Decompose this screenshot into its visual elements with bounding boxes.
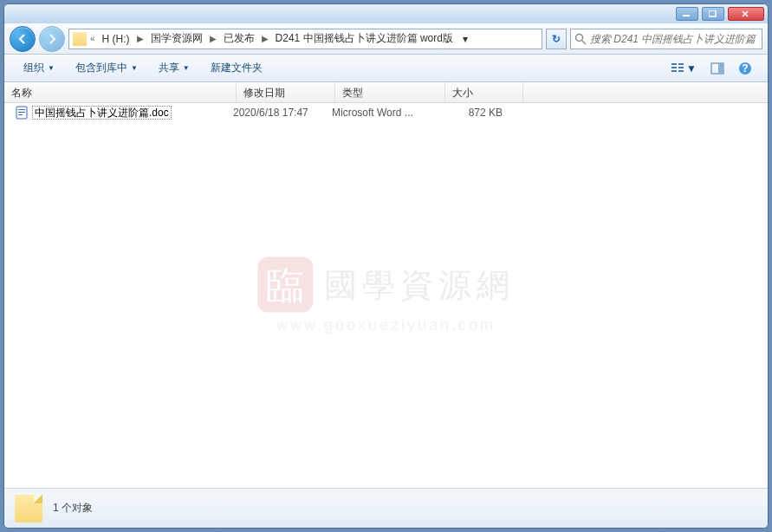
svg-rect-10 bbox=[718, 63, 723, 74]
breadcrumb-seg[interactable]: 已发布 bbox=[220, 29, 258, 48]
folder-icon bbox=[15, 495, 42, 522]
file-name: 中国摇钱占卜讲义进阶篇.doc bbox=[32, 106, 233, 120]
svg-text:?: ? bbox=[742, 62, 748, 75]
file-list: 中国摇钱占卜讲义进阶篇.doc 2020/6/18 17:47 Microsof… bbox=[4, 103, 768, 488]
status-bar: 1 个对象 bbox=[4, 488, 768, 528]
file-size: 872 KB bbox=[442, 107, 511, 119]
svg-rect-14 bbox=[18, 109, 25, 110]
share-button[interactable]: 共享▼ bbox=[150, 57, 198, 79]
preview-pane-button[interactable] bbox=[705, 59, 730, 78]
status-text: 1 个对象 bbox=[53, 501, 93, 516]
navbar: « H (H:) ▶ 国学资源网 ▶ 已发布 ▶ D241 中国摇钱占卜讲义进阶… bbox=[4, 23, 768, 55]
chevron-down-icon: ▼ bbox=[48, 64, 55, 72]
search-input[interactable] bbox=[590, 33, 758, 45]
chevron-down-icon: ▼ bbox=[686, 62, 697, 75]
close-button[interactable] bbox=[728, 7, 764, 21]
breadcrumb-seg[interactable]: 国学资源网 bbox=[147, 29, 206, 48]
include-button[interactable]: 包含到库中▼ bbox=[67, 57, 146, 79]
svg-rect-8 bbox=[678, 70, 684, 72]
breadcrumb-drive[interactable]: H (H:) bbox=[99, 31, 133, 47]
svg-rect-15 bbox=[18, 112, 25, 113]
file-type: Microsoft Word ... bbox=[332, 107, 442, 119]
help-button[interactable]: ? bbox=[733, 58, 757, 79]
svg-rect-4 bbox=[671, 67, 677, 68]
refresh-button[interactable]: ↻ bbox=[546, 29, 567, 49]
back-button[interactable] bbox=[10, 26, 36, 52]
column-size[interactable]: 大小 bbox=[445, 82, 523, 102]
svg-rect-1 bbox=[709, 10, 716, 16]
titlebar bbox=[4, 4, 768, 23]
chevron-icon: ▶ bbox=[260, 34, 270, 43]
explorer-window: « H (H:) ▶ 国学资源网 ▶ 已发布 ▶ D241 中国摇钱占卜讲义进阶… bbox=[3, 3, 769, 529]
newfolder-button[interactable]: 新建文件夹 bbox=[202, 57, 271, 79]
forward-button[interactable] bbox=[39, 26, 65, 52]
column-type[interactable]: 类型 bbox=[335, 82, 445, 102]
organize-button[interactable]: 组织▼ bbox=[15, 57, 63, 79]
column-header-row: 名称 修改日期 类型 大小 bbox=[4, 82, 768, 103]
folder-icon bbox=[73, 32, 87, 46]
chevron-down-icon: ▼ bbox=[183, 64, 190, 72]
search-box[interactable] bbox=[570, 29, 762, 49]
minimize-button[interactable] bbox=[676, 7, 698, 21]
search-icon bbox=[574, 33, 587, 45]
svg-rect-16 bbox=[18, 114, 23, 115]
svg-rect-7 bbox=[678, 67, 684, 68]
address-dropdown[interactable]: ▾ bbox=[458, 33, 472, 45]
svg-rect-3 bbox=[671, 63, 677, 65]
svg-point-2 bbox=[576, 34, 583, 41]
column-name[interactable]: 名称 bbox=[4, 82, 237, 102]
watermark: 臨 國學資源網 www.guoxueziyuan.com bbox=[257, 257, 515, 334]
toolbar: 组织▼ 包含到库中▼ 共享▼ 新建文件夹 ▼ ? bbox=[4, 55, 768, 82]
breadcrumb-seg[interactable]: D241 中国摇钱占卜讲义进阶篇 word版 bbox=[272, 29, 457, 48]
svg-rect-0 bbox=[683, 15, 690, 16]
view-button[interactable]: ▼ bbox=[665, 59, 702, 78]
maximize-button[interactable] bbox=[702, 7, 724, 21]
svg-rect-6 bbox=[678, 63, 684, 65]
column-date[interactable]: 修改日期 bbox=[237, 82, 335, 102]
file-row[interactable]: 中国摇钱占卜讲义进阶篇.doc 2020/6/18 17:47 Microsof… bbox=[4, 103, 768, 122]
svg-rect-5 bbox=[671, 70, 677, 72]
file-date: 2020/6/18 17:47 bbox=[233, 107, 332, 119]
chevron-icon: ▶ bbox=[135, 34, 146, 43]
chevron-icon: « bbox=[88, 34, 97, 43]
address-bar[interactable]: « H (H:) ▶ 国学资源网 ▶ 已发布 ▶ D241 中国摇钱占卜讲义进阶… bbox=[68, 29, 542, 49]
chevron-icon: ▶ bbox=[208, 34, 218, 43]
chevron-down-icon: ▼ bbox=[131, 64, 138, 72]
doc-icon bbox=[15, 106, 29, 120]
